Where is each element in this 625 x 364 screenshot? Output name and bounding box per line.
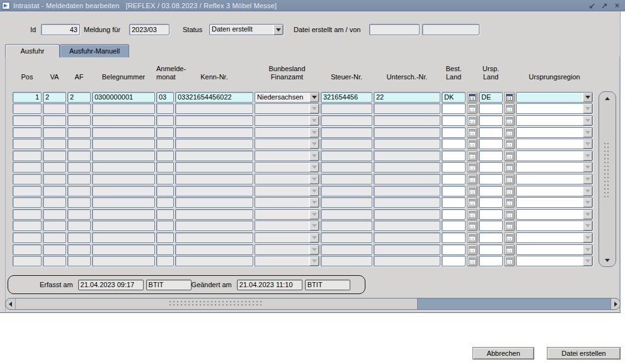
cell-anmeldemonat[interactable] [156, 232, 174, 243]
scroll-up-icon[interactable] [600, 94, 614, 103]
dropdown-arrow-icon[interactable] [273, 25, 283, 35]
cell-ursprungsregion-dropdown[interactable] [516, 151, 593, 161]
cell-untersch_nr[interactable] [374, 209, 440, 220]
cell-va[interactable] [43, 162, 66, 173]
cell-anmeldemonat[interactable]: 03 [156, 92, 174, 103]
cell-ursp_land[interactable] [479, 220, 503, 231]
cell-af[interactable] [67, 232, 91, 243]
dropdown-arrow-icon[interactable] [309, 174, 319, 184]
cell-best_land[interactable] [442, 256, 466, 266]
cell-af[interactable] [67, 127, 91, 138]
cell-untersch_nr[interactable] [374, 162, 440, 173]
cell-belegnummer[interactable]: 0300000001 [92, 92, 155, 103]
cell-ursp_land[interactable] [479, 127, 503, 138]
cell-pos[interactable] [13, 174, 42, 185]
lov-button[interactable] [504, 162, 515, 173]
dropdown-arrow-icon[interactable] [582, 128, 592, 137]
lov-button[interactable] [504, 186, 515, 196]
cell-ursprungsregion-dropdown[interactable] [516, 244, 593, 255]
scroll-left-icon[interactable] [6, 299, 15, 309]
cell-best_land[interactable] [442, 162, 466, 173]
cell-bundesland_finanzamt-dropdown[interactable] [255, 174, 319, 185]
dropdown-arrow-icon[interactable] [582, 210, 592, 219]
dropdown-arrow-icon[interactable] [582, 139, 592, 149]
cell-steuer_nr[interactable]: 321654456 [321, 92, 372, 103]
lov-button[interactable] [467, 197, 478, 208]
cell-af[interactable]: 2 [67, 92, 91, 103]
cell-untersch_nr[interactable] [374, 244, 440, 255]
cell-pos[interactable] [13, 197, 42, 208]
cell-kenn_nr[interactable] [175, 220, 253, 231]
cell-bundesland_finanzamt-dropdown[interactable] [255, 139, 319, 149]
cell-steuer_nr[interactable] [321, 115, 372, 126]
cell-anmeldemonat[interactable] [156, 186, 174, 196]
cell-ursprungsregion-dropdown[interactable] [516, 220, 593, 231]
cell-kenn_nr[interactable] [175, 103, 253, 114]
lov-button[interactable] [467, 220, 478, 231]
cell-bundesland_finanzamt-dropdown[interactable] [255, 151, 319, 161]
cell-af[interactable] [67, 151, 91, 161]
lov-button[interactable] [504, 139, 515, 149]
cell-best_land[interactable] [442, 197, 466, 208]
cell-untersch_nr[interactable] [374, 127, 440, 138]
cell-ursprungsregion-dropdown[interactable] [516, 127, 593, 138]
cell-kenn_nr[interactable] [175, 115, 253, 126]
cell-belegnummer[interactable] [92, 174, 155, 185]
lov-button[interactable] [504, 197, 515, 208]
scrollbar-grip[interactable] [604, 143, 611, 198]
cell-ursprungsregion-dropdown[interactable] [516, 162, 593, 173]
cell-kenn_nr[interactable]: 03321654456022 [175, 92, 253, 103]
dropdown-arrow-icon[interactable] [582, 104, 592, 113]
cell-va[interactable] [43, 232, 66, 243]
cell-pos[interactable] [13, 127, 42, 138]
cell-steuer_nr[interactable] [321, 139, 372, 149]
cell-anmeldemonat[interactable] [156, 197, 174, 208]
cell-best_land[interactable] [442, 220, 466, 231]
dropdown-arrow-icon[interactable] [582, 93, 592, 102]
cell-kenn_nr[interactable] [175, 162, 253, 173]
cell-steuer_nr[interactable] [321, 197, 372, 208]
cell-pos[interactable] [13, 244, 42, 255]
datei-erstellt-am-field[interactable] [369, 24, 420, 35]
cell-va[interactable] [43, 174, 66, 185]
cell-kenn_nr[interactable] [175, 232, 253, 243]
dropdown-arrow-icon[interactable] [582, 162, 592, 172]
dropdown-arrow-icon[interactable] [582, 221, 592, 230]
cell-bundesland_finanzamt-dropdown[interactable] [255, 162, 319, 173]
cell-untersch_nr[interactable] [374, 151, 440, 161]
restore-icon[interactable]: ↗ [600, 1, 609, 11]
cell-untersch_nr[interactable] [374, 174, 440, 185]
lov-button[interactable] [504, 103, 515, 114]
cell-ursp_land[interactable] [479, 174, 503, 185]
cell-belegnummer[interactable] [92, 256, 155, 266]
dropdown-arrow-icon[interactable] [309, 151, 319, 161]
status-dropdown[interactable]: Daten erstellt [209, 24, 284, 35]
cell-ursp_land[interactable] [479, 256, 503, 266]
lov-button[interactable] [504, 115, 515, 126]
cell-bundesland_finanzamt-dropdown[interactable]: Niedersachsen [255, 92, 319, 103]
cell-va[interactable] [43, 256, 66, 266]
cell-ursp_land[interactable] [479, 244, 503, 255]
cell-steuer_nr[interactable] [321, 209, 372, 220]
cell-bundesland_finanzamt-dropdown[interactable] [255, 103, 319, 114]
cell-ursprungsregion-dropdown[interactable] [516, 103, 593, 114]
cell-pos[interactable] [13, 139, 42, 149]
cell-untersch_nr[interactable] [374, 139, 440, 149]
lov-button[interactable] [467, 162, 478, 173]
cell-anmeldemonat[interactable] [156, 174, 174, 185]
cell-af[interactable] [67, 103, 91, 114]
cell-belegnummer[interactable] [92, 139, 155, 149]
cell-kenn_nr[interactable] [175, 209, 253, 220]
cell-kenn_nr[interactable] [175, 244, 253, 255]
cell-anmeldemonat[interactable] [156, 103, 174, 114]
cell-pos[interactable] [13, 220, 42, 231]
cell-belegnummer[interactable] [92, 115, 155, 126]
lov-button[interactable] [504, 92, 515, 103]
cell-steuer_nr[interactable] [321, 151, 372, 161]
cell-af[interactable] [67, 139, 91, 149]
tab-ausfuhr-manuell[interactable]: Ausfuhr-Manuell [60, 44, 129, 57]
cell-belegnummer[interactable] [92, 151, 155, 161]
lov-button[interactable] [467, 232, 478, 243]
cell-ursprungsregion-dropdown[interactable] [516, 92, 593, 103]
cell-steuer_nr[interactable] [321, 174, 372, 185]
